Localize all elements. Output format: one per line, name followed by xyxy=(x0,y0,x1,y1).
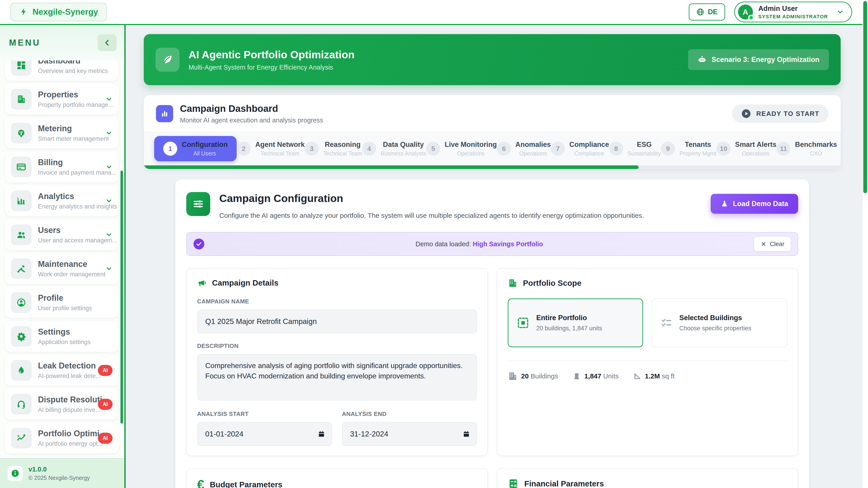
scope-option-entire-portfolio[interactable]: Entire Portfolio20 buildings, 1,847 unit… xyxy=(508,298,643,347)
description-label: DESCRIPTION xyxy=(197,343,477,350)
step-team: Operations xyxy=(735,150,776,157)
step-tab-configuration[interactable]: 1ConfigurationAll Users xyxy=(154,136,237,161)
campaign-details-title: Campaign Details xyxy=(212,278,278,287)
stat-label: sq ft xyxy=(662,372,675,380)
credit-card-icon xyxy=(11,157,32,177)
sidebar-item-portfolio-optimi[interactable]: Portfolio Optimi...AI portfolio energy o… xyxy=(5,423,119,453)
portfolio-stats: 20 Buildings1,847 Units1.2M sq ft xyxy=(508,371,787,381)
stat-value: 1,847 xyxy=(584,372,601,380)
step-labels: ComplianceCompliance xyxy=(569,140,609,157)
chevron-down-icon xyxy=(105,231,113,238)
sidebar-scrollbar-thumb[interactable] xyxy=(121,170,123,424)
step-team: Property Mgmt xyxy=(680,150,717,157)
step-title: Reasoning xyxy=(323,140,362,149)
sliders-icon-box xyxy=(186,192,210,216)
sidebar-item-profile[interactable]: ProfileUser profile settings xyxy=(5,287,119,318)
step-tab-reasoning[interactable]: 3ReasoningTechnical Team xyxy=(305,140,362,157)
financial-title: Financial Parameters xyxy=(524,479,604,488)
step-labels: ESGSustainability xyxy=(628,140,661,157)
step-team: Operations xyxy=(515,150,551,157)
gear-icon xyxy=(11,326,32,347)
sidebar-item-description: User profile settings xyxy=(38,305,92,312)
step-tab-compliance[interactable]: 7ComplianceCompliance xyxy=(551,140,609,157)
step-tab-data-quality[interactable]: 4Data QualityBusiness Analysts xyxy=(362,140,426,157)
description-textarea[interactable]: Comprehensive analysis of aging portfoli… xyxy=(197,354,477,400)
load-demo-data-button[interactable]: Load Demo Data xyxy=(711,194,798,214)
sidebar-item-properties[interactable]: PropertiesProperty portfolio manage... xyxy=(5,84,119,115)
brand-logo[interactable]: Nexgile-Synergy xyxy=(10,3,107,21)
step-tab-tenants[interactable]: 9TenantsProperty Mgmt xyxy=(661,140,717,157)
sidebar-item-analytics[interactable]: AnalyticsEnergy analytics and insights xyxy=(5,186,119,216)
sidebar-item-label: Maintenance xyxy=(38,259,99,269)
step-title: ESG xyxy=(628,140,661,149)
demo-portfolio-link[interactable]: High Savings Portfolio xyxy=(473,240,543,248)
sidebar-item-label: Users xyxy=(38,225,99,235)
sidebar-item-billing[interactable]: BillingInvoice and payment mana... xyxy=(5,152,119,182)
sidebar-item-users[interactable]: UsersUser and access managem... xyxy=(5,219,119,250)
leaf-icon-box xyxy=(156,48,180,72)
dashboard-grid-icon xyxy=(11,60,32,76)
step-labels: AnomaliesOperations xyxy=(515,140,551,157)
ai-badge: AI xyxy=(98,399,113,410)
clear-label: Clear xyxy=(770,240,784,248)
language-switcher[interactable]: DE xyxy=(689,3,725,21)
sidebar-collapse-button[interactable] xyxy=(98,34,117,51)
online-status-dot xyxy=(748,15,754,21)
sidebar-item-label: Portfolio Optimi... xyxy=(38,429,92,438)
sidebar-item-text: MeteringSmart meter management xyxy=(38,124,99,142)
sidebar-item-leak-detection[interactable]: Leak DetectionAI-powered leak dete...AI xyxy=(5,355,119,386)
user-menu[interactable]: A Admin User SYSTEM ADMINISTRATOR xyxy=(734,2,852,22)
sidebar-item-description: AI portfolio energy opt... xyxy=(38,440,92,447)
sidebar-item-text: Portfolio Optimi...AI portfolio energy o… xyxy=(38,429,92,447)
stat-text: 1.2M sq ft xyxy=(645,372,675,380)
calculator-icon xyxy=(508,478,519,488)
sidebar-item-label: Properties xyxy=(38,90,99,99)
sidebar-item-text: SettingsApplication settings xyxy=(38,327,91,346)
step-labels: Data QualityBusiness Analysts xyxy=(381,140,426,157)
campaign-name-input[interactable] xyxy=(197,310,477,333)
sidebar-item-text: DashboardOverview and key metrics xyxy=(38,60,108,74)
step-labels: ReasoningTechnical Team xyxy=(323,140,362,157)
sidebar-item-settings[interactable]: SettingsApplication settings xyxy=(5,321,119,352)
user-role: SYSTEM ADMINISTRATOR xyxy=(758,14,828,20)
page-scrollbar[interactable] xyxy=(862,0,868,488)
step-team: Business Analysts xyxy=(381,150,426,157)
step-number: 10 xyxy=(717,142,731,156)
calendar-icon[interactable] xyxy=(318,430,325,438)
app-root: Nexgile-Synergy DE A Admin User SYSTEM A… xyxy=(0,0,868,488)
sidebar-item-description: AI billing dispute inve... xyxy=(38,406,92,414)
sidebar-item-maintenance[interactable]: MaintenanceWork order management xyxy=(5,253,119,284)
step-title: Live Monitoring xyxy=(445,140,497,149)
step-tab-smart-alerts[interactable]: 10Smart AlertsOperations xyxy=(717,140,776,157)
step-tabs: 1ConfigurationAll Users2Agent NetworkTec… xyxy=(144,132,841,165)
sidebar-item-dashboard[interactable]: DashboardOverview and key metrics xyxy=(5,60,119,80)
step-title: Anomalies xyxy=(515,140,551,149)
sidebar-item-description: Property portfolio manage... xyxy=(38,101,99,108)
sidebar-header: MENU xyxy=(0,25,124,60)
analysis-end-input[interactable] xyxy=(342,422,477,446)
step-team: Technical Team xyxy=(323,150,362,157)
step-tab-esg[interactable]: 8ESGSustainability xyxy=(609,140,661,157)
top-header: Nexgile-Synergy DE A Admin User SYSTEM A… xyxy=(0,0,868,25)
sidebar-item-dispute-resoluti[interactable]: Dispute Resoluti...AI billing dispute in… xyxy=(5,389,119,420)
page-scrollbar-thumb[interactable] xyxy=(863,1,867,193)
step-tab-agent-network[interactable]: 2Agent NetworkTechnical Team xyxy=(237,140,305,157)
trend-sparkle-icon xyxy=(11,428,32,449)
analysis-start-input[interactable] xyxy=(197,422,332,446)
step-number: 1 xyxy=(163,142,177,156)
sidebar-item-metering[interactable]: MeteringSmart meter management xyxy=(5,118,119,149)
step-tab-benchmarks[interactable]: 11BenchmarksCXO xyxy=(776,140,837,157)
status-badge[interactable]: READY TO START xyxy=(732,104,829,123)
scenario-badge[interactable]: Scenario 3: Energy Optimization xyxy=(688,49,829,70)
step-labels: BenchmarksCXO xyxy=(795,140,837,157)
sidebar-item-text: ProfileUser profile settings xyxy=(38,293,92,312)
scope-option-selected-buildings[interactable]: Selected BuildingsChoose specific proper… xyxy=(652,298,787,347)
step-tab-anomalies[interactable]: 6AnomaliesOperations xyxy=(497,140,551,157)
euro-icon: € xyxy=(197,478,204,488)
stat-label: Units xyxy=(603,372,618,380)
step-number: 4 xyxy=(362,142,376,156)
sidebar-item-text: Leak DetectionAI-powered leak dete... xyxy=(38,361,92,380)
calendar-icon[interactable] xyxy=(463,430,470,438)
step-tab-live-monitoring[interactable]: 5Live MonitoringOperations xyxy=(426,140,497,157)
clear-demo-button[interactable]: Clear xyxy=(754,237,791,251)
